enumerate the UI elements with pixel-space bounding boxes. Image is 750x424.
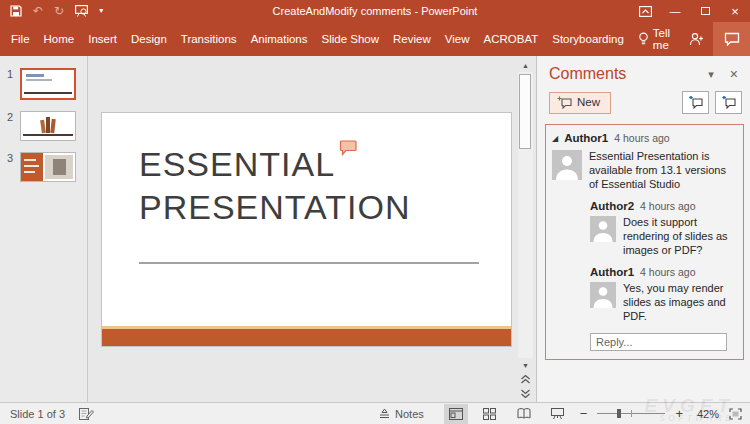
comment-body: Essential Presentation is available from… [552,150,737,192]
tab-home[interactable]: Home [37,22,82,56]
normal-view-button[interactable] [444,404,468,424]
slide-title-text[interactable]: ESSENTIAL PRESENTATION [139,143,414,229]
reply-input[interactable] [590,333,727,351]
undo-icon[interactable]: ↶ [33,5,43,17]
quick-access-toolbar: ↶ ↻ ▾ [10,5,103,17]
tab-animations[interactable]: Animations [244,22,315,56]
comment-icon [724,32,740,46]
comment-time: 4 hours ago [614,131,669,145]
previous-slide-button[interactable] [518,372,533,386]
zoom-slider[interactable] [597,413,665,414]
reply-text: Does it support rendering of slides as i… [623,216,737,258]
comments-toolbar: New [537,85,750,122]
tab-file[interactable]: File [4,22,37,56]
previous-comment-button[interactable] [682,91,709,114]
tab-view[interactable]: View [438,22,477,56]
thumbnail-number: 1 [0,68,20,80]
avatar [590,282,616,308]
thumbnail-slide-3[interactable] [20,152,76,182]
comment-thread-card[interactable]: ◢ Author1 4 hours ago Essential Presenta… [545,124,744,360]
thumbnail-number: 2 [0,111,20,123]
ribbon-tab-bar: File Home Insert Design Transitions Anim… [0,22,750,56]
ribbon-display-options-icon[interactable] [630,0,660,22]
reply-body: Yes, you may render slides as images and… [590,282,737,324]
scrollbar-thumb[interactable] [519,74,531,149]
comments-pane-title: Comments [549,65,692,83]
thumbnail-slide-2[interactable] [20,111,76,141]
comments-pane: Comments ▾ × New ◢ Author1 4 hours ago [536,56,750,402]
share-button[interactable] [680,22,713,56]
ribbon-right-group [680,22,750,56]
slide-show-view-button[interactable] [546,404,570,424]
thumb3-sidebar-graphic [21,153,43,181]
reply-body: Does it support rendering of slides as i… [590,216,737,258]
tab-transitions[interactable]: Transitions [174,22,244,56]
avatar [590,216,616,242]
zoom-level[interactable]: 42% [693,408,719,420]
slide-sorter-view-button[interactable] [478,404,502,424]
editor-scrollbar[interactable]: ▲ ▼ [518,58,533,400]
new-comment-label: New [577,96,600,108]
tab-review[interactable]: Review [386,22,438,56]
status-bar: Slide 1 of 3 Notes − + 42% [0,402,750,424]
tab-design[interactable]: Design [124,22,174,56]
tab-insert[interactable]: Insert [81,22,124,56]
customize-qat-icon[interactable]: ▾ [99,7,103,15]
pane-close-icon[interactable]: × [730,67,738,81]
tab-acrobat[interactable]: ACROBAT [477,22,546,56]
redo-icon[interactable]: ↻ [54,5,64,17]
proofing-icon[interactable] [79,407,94,420]
tab-slide-show[interactable]: Slide Show [315,22,387,56]
thumb2-books-graphic [41,117,55,133]
next-comment-button[interactable] [715,91,742,114]
zoom-in-button[interactable]: + [675,407,683,420]
reply-time: 4 hours ago [640,265,695,279]
new-comment-button[interactable]: New [549,92,611,114]
minimize-button[interactable]: — [660,0,690,22]
thumb1-text-smudge2 [26,79,52,81]
save-icon[interactable] [10,5,22,17]
comments-toggle-button[interactable] [713,22,750,56]
status-left-group: Slide 1 of 3 [0,407,94,420]
comments-pane-header: Comments ▾ × [537,56,750,85]
reply-author: Author2 [590,199,634,213]
comment-reply-1: Author2 4 hours ago Does it support rend… [590,199,737,258]
tab-storyboarding[interactable]: Storyboarding [545,22,631,56]
slide-thumbnail-panel: 1 2 3 [0,56,88,402]
comment-text: Essential Presentation is available from… [589,150,737,192]
scroll-up-icon[interactable]: ▲ [518,58,533,72]
main-area: 1 2 3 [0,56,750,402]
thumbnail-item-2[interactable]: 2 [0,111,87,141]
tell-me-box[interactable]: Tell me [631,27,680,51]
pane-options-chevron-icon[interactable]: ▾ [708,69,714,80]
reply-time: 4 hours ago [640,199,695,213]
close-button[interactable]: × [720,0,750,22]
reading-view-button[interactable] [512,404,536,424]
comment-header: ◢ Author1 4 hours ago [552,131,737,147]
thumbnail-slide-1[interactable] [20,68,76,100]
maximize-button[interactable] [690,0,720,22]
next-slide-button[interactable] [518,386,533,400]
slide-canvas[interactable]: ESSENTIAL PRESENTATION [101,112,512,347]
slide-indicator[interactable]: Slide 1 of 3 [10,408,65,420]
notes-label: Notes [395,408,424,420]
thumbnail-item-3[interactable]: 3 [0,152,87,182]
window-controls: — × [630,0,750,22]
notes-button[interactable]: Notes [379,408,424,420]
slide-editor-area: ESSENTIAL PRESENTATION ▲ ▼ [88,56,536,402]
zoom-slider-thumb[interactable] [617,409,621,418]
slide-comment-marker-icon[interactable] [339,140,358,156]
slide-divider-line [139,262,479,264]
thumb1-text-smudge [26,74,44,77]
reply-header: Author1 4 hours ago [590,265,737,279]
zoom-out-button[interactable]: − [580,407,588,420]
fit-slide-to-window-button[interactable] [729,408,742,420]
start-from-beginning-icon[interactable] [75,5,88,17]
avatar [552,150,582,180]
collapse-triangle-icon[interactable]: ◢ [552,132,558,146]
scrollbar-track[interactable] [518,72,533,358]
scroll-down-icon[interactable]: ▼ [518,358,533,372]
thumbnail-item-1[interactable]: 1 [0,68,87,100]
comment-reply-2: Author1 4 hours ago Yes, you may render … [590,265,737,324]
status-right-group: Notes − + 42% [379,404,750,424]
